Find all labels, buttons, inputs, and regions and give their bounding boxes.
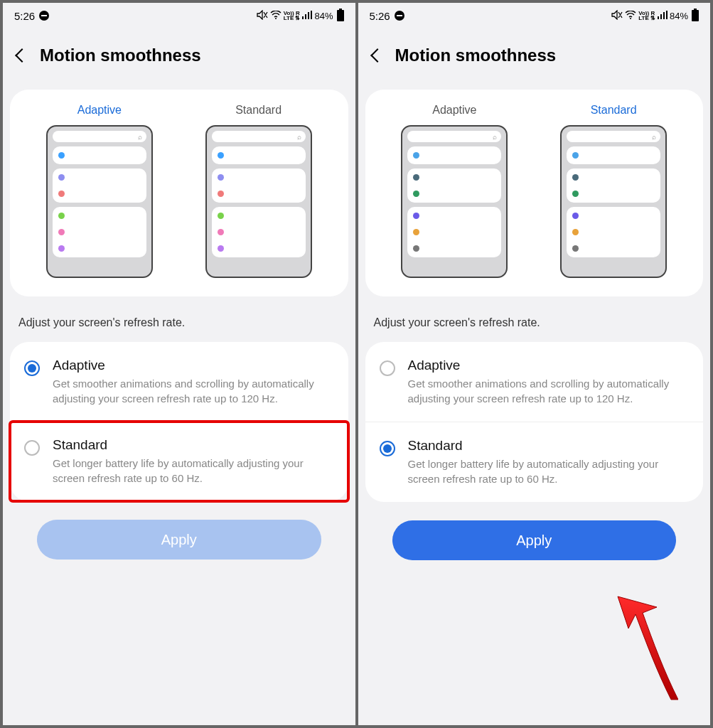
option-standard[interactable]: Standard Get longer battery life by auto…	[10, 422, 348, 501]
mute-icon	[257, 10, 268, 22]
status-bar: 5:26 Vo)) RLTE ⇅ 84%	[3, 3, 355, 28]
mute-icon	[611, 10, 623, 22]
radio-standard[interactable]	[24, 440, 40, 456]
svg-rect-7	[660, 14, 662, 19]
svg-rect-3	[308, 12, 309, 19]
volte-icon: Vo)) RLTE ⇅	[638, 11, 655, 21]
preview-adaptive-mock: ⌕	[401, 125, 508, 278]
options-list: Adaptive Get smoother animations and scr…	[365, 342, 704, 502]
signal-icon	[658, 11, 668, 21]
option-standard-desc: Get longer battery life by automatically…	[53, 456, 334, 486]
option-adaptive[interactable]: Adaptive Get smoother animations and scr…	[365, 342, 704, 422]
phone-screen-right: 5:26 Vo)) RLTE ⇅ 84% Motion smoothness A…	[358, 3, 711, 725]
volte-icon: Vo)) RLTE ⇅	[284, 11, 301, 21]
page-title: Motion smoothness	[395, 46, 557, 65]
option-adaptive-desc: Get smoother animations and scrolling by…	[53, 376, 334, 406]
preview-card: Adaptive ⌕ Standard ⌕	[10, 90, 348, 296]
search-icon: ⌕	[407, 131, 501, 142]
svg-rect-1	[302, 16, 304, 19]
preview-standard-mock: ⌕	[560, 125, 667, 278]
svg-rect-8	[663, 12, 665, 19]
radio-standard[interactable]	[380, 441, 395, 456]
option-standard-title: Standard	[53, 437, 334, 453]
header: Motion smoothness	[3, 28, 355, 90]
preview-standard-label: Standard	[235, 104, 282, 117]
preview-adaptive[interactable]: Adaptive ⌕	[401, 104, 508, 278]
svg-point-5	[630, 18, 631, 19]
preview-adaptive-mock: ⌕	[46, 125, 153, 278]
dnd-icon	[39, 11, 49, 21]
search-icon: ⌕	[567, 131, 660, 142]
option-standard-title: Standard	[408, 438, 690, 454]
svg-point-0	[275, 18, 277, 19]
preview-standard-label: Standard	[591, 104, 637, 117]
radio-adaptive[interactable]	[24, 360, 40, 376]
status-time: 5:26	[370, 10, 390, 22]
battery-icon	[692, 10, 699, 21]
preview-card: Adaptive ⌕ Standard ⌕	[365, 90, 704, 296]
options-list: Adaptive Get smoother animations and scr…	[10, 342, 348, 501]
option-standard-desc: Get longer battery life by automatically…	[408, 456, 690, 486]
search-icon: ⌕	[53, 131, 146, 142]
battery-percent: 84%	[670, 11, 688, 21]
svg-rect-2	[305, 14, 306, 19]
option-adaptive-desc: Get smoother animations and scrolling by…	[408, 376, 690, 406]
radio-adaptive[interactable]	[380, 360, 395, 376]
preview-adaptive-label: Adaptive	[432, 104, 476, 117]
battery-icon	[337, 10, 344, 21]
wifi-icon	[270, 11, 282, 21]
option-adaptive[interactable]: Adaptive Get smoother animations and scr…	[10, 342, 348, 422]
dnd-icon	[395, 11, 404, 21]
signal-icon	[302, 11, 312, 21]
preview-standard[interactable]: Standard ⌕	[560, 104, 667, 278]
preview-standard[interactable]: Standard ⌕	[205, 104, 312, 278]
back-icon[interactable]	[370, 48, 385, 63]
page-title: Motion smoothness	[40, 46, 201, 65]
search-icon: ⌕	[212, 131, 306, 142]
description: Adjust your screen's refresh rate.	[358, 296, 711, 342]
preview-standard-mock: ⌕	[205, 125, 312, 278]
status-bar: 5:26 Vo)) RLTE ⇅ 84%	[358, 3, 711, 28]
phone-screen-left: 5:26 Vo)) RLTE ⇅ 84% Motion smoothness A…	[3, 3, 355, 725]
back-icon[interactable]	[15, 48, 29, 63]
svg-rect-9	[666, 11, 668, 19]
apply-button[interactable]: Apply	[392, 520, 677, 560]
preview-adaptive-label: Adaptive	[77, 104, 122, 117]
preview-adaptive[interactable]: Adaptive ⌕	[46, 104, 153, 278]
battery-percent: 84%	[314, 11, 333, 21]
wifi-icon	[625, 11, 636, 21]
annotation-arrow-icon	[572, 593, 678, 707]
svg-rect-4	[311, 11, 312, 19]
apply-button[interactable]: Apply	[37, 520, 321, 560]
status-time: 5:26	[14, 10, 35, 22]
option-standard[interactable]: Standard Get longer battery life by auto…	[365, 422, 704, 502]
option-adaptive-title: Adaptive	[408, 358, 690, 373]
description: Adjust your screen's refresh rate.	[3, 296, 355, 342]
header: Motion smoothness	[358, 28, 711, 90]
svg-rect-6	[658, 16, 659, 19]
option-adaptive-title: Adaptive	[53, 358, 334, 373]
